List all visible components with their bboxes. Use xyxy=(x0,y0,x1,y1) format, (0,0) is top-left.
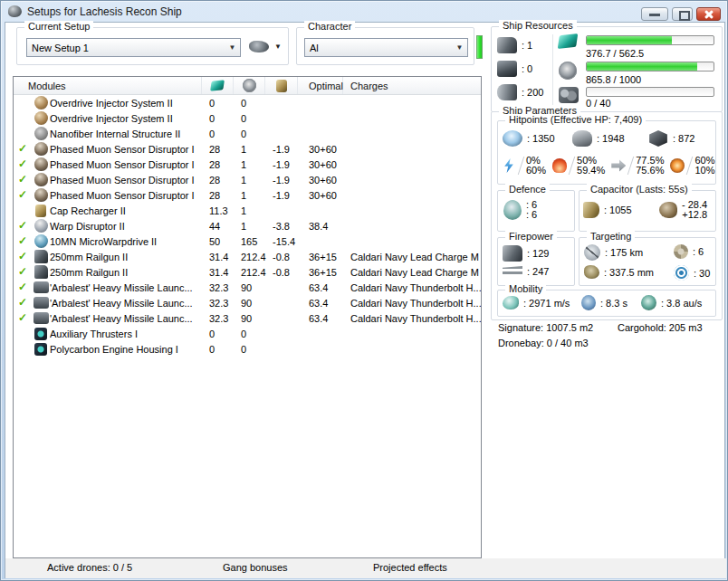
module-icon xyxy=(34,265,48,279)
divider xyxy=(686,157,693,175)
module-cpu-value: 32.3 xyxy=(202,313,234,324)
velocity-icon xyxy=(503,296,519,310)
shield-hp: : 1350 xyxy=(503,130,555,147)
character-label: Character xyxy=(304,21,355,32)
cpu-column-icon[interactable] xyxy=(202,77,234,94)
targeting-group: Targeting : 175 km : 6 : 337.5 mm : 30 xyxy=(579,237,716,286)
volley-stat: : 129 xyxy=(503,245,549,262)
table-row[interactable]: ✓ Phased Muon Sensor Disruptor I 28 1 -1… xyxy=(14,187,481,203)
module-name: 'Arbalest' Heavy Missile Launc... xyxy=(50,282,202,293)
ship-browser-button[interactable]: ▼ xyxy=(249,41,282,52)
powergrid-column-icon[interactable] xyxy=(234,77,265,94)
defence-group: Defence : 6 : 6 xyxy=(497,190,575,232)
module-icon xyxy=(34,127,48,140)
targeting-range: : 175 km xyxy=(584,244,643,261)
targeting-range-value: : 175 km xyxy=(605,247,643,258)
table-row[interactable]: ✓ Warp Disruptor II 44 1 -3.8 38.4 xyxy=(14,218,481,233)
table-row[interactable]: ✓ 250mm Railgun II 31.4 212.4 -0.8 36+15… xyxy=(14,264,481,280)
calibration-icon xyxy=(497,84,517,100)
defence-label: Defence xyxy=(505,184,550,195)
module-name: Overdrive Injector System II xyxy=(50,113,202,124)
footer-bar: Active drones: 0 / 5 Gang bonuses Projec… xyxy=(5,558,726,578)
table-row[interactable]: ✓ Polycarbon Engine Housing I 0 0 xyxy=(14,341,481,357)
table-row[interactable]: ✓ Phased Muon Sensor Disruptor I 28 1 -1… xyxy=(14,141,481,157)
table-row[interactable]: ✓ Phased Muon Sensor Disruptor I 28 1 -1… xyxy=(14,172,481,187)
damage-type-icon xyxy=(611,158,626,173)
module-icon xyxy=(34,250,48,263)
close-button[interactable] xyxy=(696,7,721,21)
modules-rows: ✓ Overdrive Injector System II 0 0 ✓ Ove… xyxy=(14,95,481,357)
armor-hp: : 1948 xyxy=(572,130,625,147)
module-powergrid-value: 1 xyxy=(234,221,265,232)
module-name: 250mm Railgun II xyxy=(50,252,202,262)
fitted-check-icon: ✓ xyxy=(18,265,27,278)
defence-shield-icon xyxy=(503,200,522,220)
modules-list-header: Modules Optimal Charges xyxy=(14,77,481,95)
module-cpu-value: 0 xyxy=(202,113,234,124)
scan-resolution-value: : 337.5 mm xyxy=(604,267,654,278)
damage-type-icon xyxy=(552,158,567,173)
structure-hp: : 872 xyxy=(648,130,694,147)
dps-icon xyxy=(503,266,522,277)
table-row[interactable]: ✓ 'Arbalest' Heavy Missile Launc... 32.3… xyxy=(14,310,481,326)
module-charges-value: Caldari Navy Thunderbolt H... xyxy=(343,282,481,293)
module-cap-value: -0.8 xyxy=(265,252,298,262)
fitted-check-icon: ✓ xyxy=(18,296,27,309)
module-name: 'Arbalest' Heavy Missile Launc... xyxy=(50,298,202,309)
warp-speed: : 3.8 au/s xyxy=(641,295,702,310)
character-select[interactable]: Al ▼ xyxy=(304,38,468,57)
modules-list: Modules Optimal Charges ✓ Overdrive Inje… xyxy=(13,76,482,558)
table-row[interactable]: ✓ Phased Muon Sensor Disruptor I 28 1 -1… xyxy=(14,157,481,172)
module-powergrid-value: 0 xyxy=(234,329,265,339)
projected-effects-label: Projected effects xyxy=(373,562,447,573)
column-charges[interactable]: Charges xyxy=(343,77,481,94)
maximize-button[interactable] xyxy=(672,7,693,21)
module-name: Nanofiber Internal Structure II xyxy=(50,129,202,139)
capacitor-group: Capacitor (Lasts: 55s) : 1055 - 28.4 +12… xyxy=(579,190,716,232)
dronebay-value: Dronebay: 0 / 40 m3 xyxy=(498,338,589,348)
module-icon xyxy=(34,328,47,340)
table-row[interactable]: ✓ Auxiliary Thrusters I 0 0 xyxy=(14,326,481,341)
mobility-label: Mobility xyxy=(505,283,546,294)
resistances-row: 0% 60% 50% 59.4% xyxy=(502,156,714,176)
fitted-check-icon: ✓ xyxy=(18,219,27,232)
dronebay-stat: Dronebay: 0 / 40 m3 xyxy=(498,338,589,348)
dps-value: : 247 xyxy=(527,266,549,277)
max-velocity: : 2971 m/s xyxy=(503,296,570,310)
sensor-strength-value: : 30 xyxy=(694,268,710,279)
current-setup-select[interactable]: New Setup 1 ▼ xyxy=(26,38,241,57)
column-modules[interactable]: Modules xyxy=(14,77,202,94)
table-row[interactable]: ✓ Overdrive Injector System II 0 0 xyxy=(14,95,481,110)
launcher-hardpoints: : 0 xyxy=(497,61,532,77)
mobility-group: Mobility : 2971 m/s : 8.3 s : 3.8 au/s xyxy=(497,290,716,317)
module-cpu-value: 32.3 xyxy=(202,282,234,293)
turret-icon xyxy=(497,37,517,53)
fitted-check-icon: ✓ xyxy=(18,234,27,247)
module-icon xyxy=(34,297,49,309)
module-name: Cap Recharger II xyxy=(50,205,202,216)
capacitor-column-icon[interactable] xyxy=(265,77,298,94)
module-powergrid-value: 1 xyxy=(234,190,265,201)
module-powergrid-value: 90 xyxy=(234,313,265,324)
table-row[interactable]: ✓ Cap Recharger II 11.3 1 xyxy=(14,203,481,218)
column-optimal[interactable]: Optimal xyxy=(298,77,343,94)
table-row[interactable]: ✓ 250mm Railgun II 31.4 212.4 -0.8 36+15… xyxy=(14,249,481,264)
scan-resolution-icon xyxy=(584,265,599,279)
launcher-hardpoints-value: : 0 xyxy=(522,63,532,74)
armor-resist-value: 75.6% xyxy=(636,166,664,176)
module-cpu-value: 32.3 xyxy=(202,298,234,309)
table-row[interactable]: ✓ 'Arbalest' Heavy Missile Launc... 32.3… xyxy=(14,295,481,310)
table-row[interactable]: ✓ Overdrive Injector System II 0 0 xyxy=(14,110,481,126)
current-setup-group: Current Setup New Setup 1 ▼ ▼ xyxy=(16,27,289,65)
module-cpu-value: 31.4 xyxy=(202,252,234,262)
resistance-item: 50% 59.4% xyxy=(552,156,605,176)
cap-recharge-value: +12.8 xyxy=(682,210,707,220)
align-time-value: : 8.3 s xyxy=(600,298,627,309)
module-name: Polycarbon Engine Housing I xyxy=(50,344,202,355)
minimize-button[interactable] xyxy=(641,7,668,21)
table-row[interactable]: ✓ 10MN MicroWarpdrive II 50 165 -15.4 xyxy=(14,233,481,249)
table-row[interactable]: ✓ 'Arbalest' Heavy Missile Launc... 32.3… xyxy=(14,280,481,295)
table-row[interactable]: ✓ Nanofiber Internal Structure II 0 0 xyxy=(14,126,481,141)
module-icon xyxy=(35,205,46,217)
module-powergrid-value: 0 xyxy=(234,344,265,355)
